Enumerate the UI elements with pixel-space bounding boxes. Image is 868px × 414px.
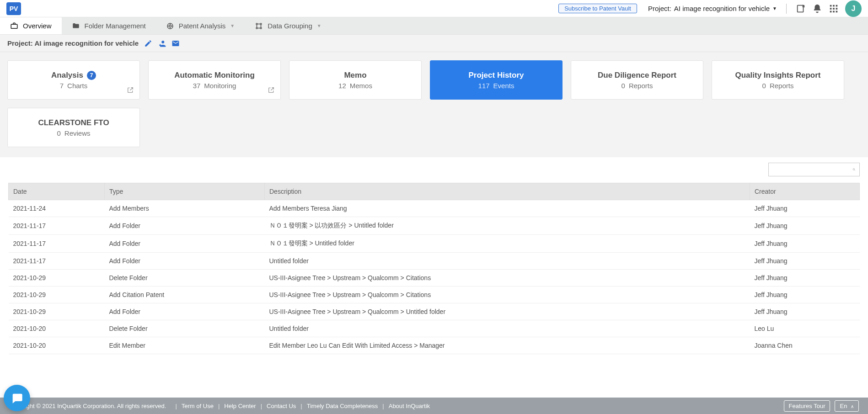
tab-data-grouping[interactable]: Data Grouping▼ xyxy=(245,17,331,34)
table-row[interactable]: 2021-11-17Add FolderUntitled folderJeff … xyxy=(9,253,860,270)
logo[interactable]: PV xyxy=(6,2,21,15)
add-user-icon[interactable] xyxy=(158,39,166,48)
footer-link-term-of-use[interactable]: Term of Use xyxy=(182,403,214,409)
export-icon[interactable] xyxy=(796,4,806,14)
bell-icon[interactable] xyxy=(812,4,822,14)
cell-creator: Jeff Jhuang xyxy=(750,303,860,320)
card-unit: Reports xyxy=(770,82,794,90)
apps-grid-icon[interactable] xyxy=(829,4,839,14)
table-row[interactable]: 2021-10-29Add Citation PatentUS-III-Asig… xyxy=(9,287,860,303)
table-row[interactable]: 2021-11-17Add FolderＮＯ１發明案 > Untitled fo… xyxy=(9,235,860,253)
card-automatic-monitoring[interactable]: Automatic Monitoring37Monitoring xyxy=(148,60,281,100)
footer-link-timely-data-completeness[interactable]: Timely Data Completeness xyxy=(307,403,378,409)
popout-icon[interactable] xyxy=(127,86,134,94)
card-analysis[interactable]: Analysis77Charts xyxy=(7,60,140,100)
card-count: 12 xyxy=(338,82,346,90)
card-title: Project History xyxy=(469,71,524,80)
language-toggle[interactable]: En ∧ xyxy=(835,400,859,412)
subscribe-button[interactable]: Subscribe to Patent Vault xyxy=(558,4,637,13)
card-title: Automatic Monitoring xyxy=(174,71,255,80)
card-badge: 7 xyxy=(87,71,96,80)
search-box[interactable] xyxy=(768,163,860,176)
divider xyxy=(786,4,787,14)
footer-link-help-center[interactable]: Help Center xyxy=(224,403,256,409)
svg-rect-8 xyxy=(833,11,835,12)
chat-bubble[interactable] xyxy=(4,385,30,411)
table-row[interactable]: 2021-10-29Delete FolderUS-III-Asignee Tr… xyxy=(9,270,860,287)
folder-icon xyxy=(72,22,80,30)
divider: | xyxy=(218,403,220,409)
edit-icon[interactable] xyxy=(144,39,152,48)
mail-icon[interactable] xyxy=(171,39,180,48)
card-project-history[interactable]: Project History117Events xyxy=(430,60,563,100)
card-memo[interactable]: Memo12Memos xyxy=(289,60,422,100)
card-unit: Charts xyxy=(67,82,87,90)
card-unit: Monitoring xyxy=(204,82,236,90)
card-title: Memo xyxy=(344,71,366,80)
card-title: Due Diligence Report xyxy=(598,71,676,80)
tab-patent-analysis[interactable]: Patent Analysis▼ xyxy=(156,17,245,34)
cell-date: 2021-11-17 xyxy=(9,253,105,270)
cell-type: Add Folder xyxy=(105,303,265,320)
tab-label: Data Grouping xyxy=(268,22,312,30)
tab-label: Folder Management xyxy=(85,22,146,30)
svg-rect-7 xyxy=(830,11,832,12)
avatar[interactable]: J xyxy=(845,0,862,17)
footer: Copyright © 2021 InQuartik Corporation. … xyxy=(0,398,868,414)
project-name: AI image recognition for vehicle xyxy=(674,5,770,12)
svg-rect-2 xyxy=(833,5,835,6)
cell-creator: Jeff Jhuang xyxy=(750,200,860,217)
card-unit: Reports xyxy=(629,82,653,90)
features-tour-button[interactable]: Features Tour xyxy=(784,400,830,412)
cell-desc: Edit Member Leo Lu Can Edit With Limited… xyxy=(265,337,750,354)
svg-point-16 xyxy=(260,27,262,29)
tab-folder-management[interactable]: Folder Management xyxy=(62,17,156,34)
search-input[interactable] xyxy=(772,166,852,173)
cell-creator: Jeff Jhuang xyxy=(750,287,860,303)
col-creator[interactable]: Creator xyxy=(750,183,860,200)
card-unit: Events xyxy=(493,82,514,90)
footer-link-contact-us[interactable]: Contact Us xyxy=(267,403,296,409)
card-count: 117 xyxy=(478,82,490,90)
tab-overview[interactable]: Overview xyxy=(0,17,62,34)
table-row[interactable]: 2021-11-24Add MembersAdd Members Teresa … xyxy=(9,200,860,217)
table-header-row: Date Type Description Creator xyxy=(9,183,860,200)
cell-type: Add Folder xyxy=(105,235,265,253)
project-selector[interactable]: Project: AI image recognition for vehicl… xyxy=(648,5,777,12)
caret-down-icon: ▼ xyxy=(230,23,235,28)
table-row[interactable]: 2021-10-29Add FolderUS-III-Asignee Tree … xyxy=(9,303,860,320)
cell-creator: Jeff Jhuang xyxy=(750,270,860,287)
topbar: PV Subscribe to Patent Vault Project: AI… xyxy=(0,0,868,17)
cell-creator: Jeff Jhuang xyxy=(750,253,860,270)
cell-type: Add Folder xyxy=(105,217,265,235)
cell-date: 2021-10-29 xyxy=(9,303,105,320)
group-icon xyxy=(255,22,263,30)
cell-desc: Untitled folder xyxy=(265,320,750,337)
col-description[interactable]: Description xyxy=(265,183,750,200)
history-table: Date Type Description Creator 2021-11-24… xyxy=(8,183,860,354)
cell-desc: US-III-Asignee Tree > Upstream > Qualcom… xyxy=(265,270,750,287)
card-count: 0 xyxy=(57,129,60,137)
cell-date: 2021-10-29 xyxy=(9,270,105,287)
table-row[interactable]: 2021-11-17Add FolderＮＯ１發明案 > 以功效區分 > Unt… xyxy=(9,217,860,235)
cell-creator: Joanna Chen xyxy=(750,337,860,354)
chevron-up-icon: ∧ xyxy=(851,404,854,409)
cell-desc: ＮＯ１發明案 > Untitled folder xyxy=(265,235,750,253)
search-icon xyxy=(852,166,856,173)
card-quality-insights-report[interactable]: Quality Insights Report0Reports xyxy=(712,60,844,100)
col-type[interactable]: Type xyxy=(105,183,265,200)
table-row[interactable]: 2021-10-20Edit MemberEdit Member Leo Lu … xyxy=(9,337,860,354)
footer-link-about-inquartik[interactable]: About InQuartik xyxy=(389,403,430,409)
col-date[interactable]: Date xyxy=(9,183,105,200)
card-title: Quality Insights Report xyxy=(735,71,820,80)
card-count: 0 xyxy=(762,82,766,90)
svg-point-13 xyxy=(256,23,257,25)
card-clearstone-fto[interactable]: CLEARSTONE FTO0Reviews xyxy=(7,108,140,147)
cell-creator: Jeff Jhuang xyxy=(750,235,860,253)
popout-icon[interactable] xyxy=(268,86,275,94)
card-due-diligence-report[interactable]: Due Diligence Report0Reports xyxy=(571,60,703,100)
card-count: 7 xyxy=(60,82,64,90)
table-toolbar xyxy=(0,157,868,176)
svg-point-17 xyxy=(853,169,855,170)
table-row[interactable]: 2021-10-20Delete FolderUntitled folderLe… xyxy=(9,320,860,337)
